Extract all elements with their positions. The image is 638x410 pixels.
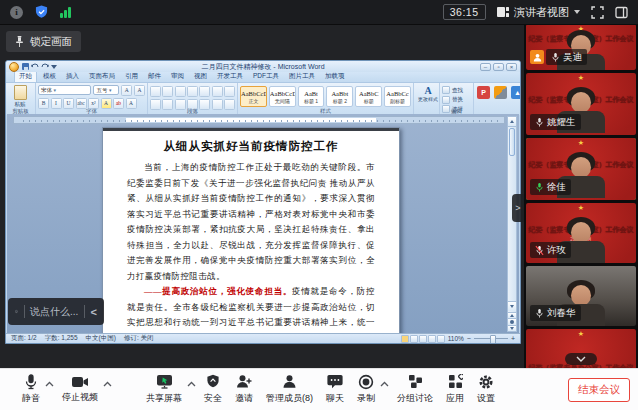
apps-button[interactable]: 应用 [446, 374, 464, 405]
tab-addins[interactable]: 加载项 [321, 71, 349, 82]
tab-picture-tools[interactable]: 图片工具 [285, 71, 319, 82]
manage-members-button[interactable]: 管理成员(8) [266, 374, 313, 405]
increase-indent-icon[interactable] [199, 86, 210, 97]
picture-addin-icon[interactable]: ▲ [511, 86, 520, 99]
clipboard-group: 粘贴 剪贴板 [6, 83, 36, 115]
vertical-scrollbar[interactable] [507, 116, 517, 332]
stop-video-button[interactable]: 停止视频 [62, 375, 98, 405]
network-signal-icon[interactable] [60, 7, 71, 18]
mute-button[interactable]: 静音 [22, 374, 40, 406]
font-size-select[interactable]: 五号 ▾ [93, 85, 119, 95]
chat-collapse-button[interactable]: < [91, 306, 97, 318]
tab-pdf-tools[interactable]: PDF工具 [249, 71, 283, 82]
word-statusbar: 页面: 1/2 字数: 1,255 中文(中国) 修订: 关闭 110% − + [6, 333, 520, 343]
participants-sidebar: ★ 纪委（监察专员办公室）工作会议 吴迪 ★ 纪委（监察专员办公室）工作会议 [524, 24, 638, 410]
font-name-select[interactable]: 宋体 ▾ [38, 85, 91, 95]
zoom-out-button[interactable]: − [467, 336, 471, 342]
person-icon [533, 53, 542, 62]
emoji-icon[interactable] [15, 305, 18, 318]
share-options-chevron[interactable] [187, 381, 196, 387]
zoom-slider[interactable] [474, 338, 508, 340]
tab-developer[interactable]: 开发工具 [213, 71, 247, 82]
tab-references[interactable]: 引用 [121, 71, 142, 82]
style-chip-title[interactable]: AaBbC标题 [355, 86, 382, 107]
breakout-label: 分组讨论 [397, 392, 433, 405]
pdf-addin-icon[interactable]: P [477, 86, 490, 99]
change-styles-button[interactable]: A 更改样式 [416, 86, 440, 103]
ruler[interactable] [13, 116, 505, 124]
record-label: 录制 [357, 392, 375, 405]
stop-video-label: 停止视频 [62, 391, 98, 404]
participant-tile[interactable]: ★ 纪委（监察专员办公室）工作会议 姚耀生 [526, 73, 636, 135]
zoom-level[interactable]: 110% [448, 335, 464, 342]
speaker-view-button[interactable]: 演讲者视图 [497, 5, 581, 20]
style-chip-heading2[interactable]: AaBbt标题 2 [326, 86, 353, 107]
breakout-rooms-button[interactable]: 分组讨论 [397, 374, 433, 405]
fullscreen-icon[interactable] [591, 6, 604, 19]
paste-button[interactable]: 粘贴 [8, 85, 32, 108]
chat-placeholder[interactable]: 说点什么... [30, 305, 78, 319]
shrink-font-icon[interactable]: A [134, 85, 145, 96]
show-marks-icon[interactable] [224, 86, 235, 97]
status-word-count[interactable]: 字数: 1,255 [45, 334, 78, 343]
security-button[interactable]: 安全 [204, 374, 222, 405]
record-options-chevron[interactable] [380, 381, 389, 387]
share-screen-button[interactable]: 共享屏幕 [146, 374, 182, 405]
maximize-button[interactable]: ▫ [493, 63, 504, 71]
scrollbar-up-button[interactable] [508, 117, 516, 127]
style-chip-subtitle[interactable]: AaBbCc副标题 [384, 86, 411, 107]
collapse-videos-button[interactable] [565, 353, 597, 365]
style-chip-heading1[interactable]: AaBt标题 1 [298, 86, 325, 107]
multilevel-icon[interactable] [175, 86, 186, 97]
video-options-chevron[interactable] [103, 381, 112, 387]
close-button[interactable]: × [506, 63, 517, 71]
decrease-indent-icon[interactable] [187, 86, 198, 97]
tab-template[interactable]: 模板 [39, 71, 60, 82]
end-meeting-button[interactable]: 结束会议 [568, 378, 630, 402]
record-button[interactable]: 录制 [357, 374, 375, 406]
paste-icon [14, 85, 27, 100]
tab-review[interactable]: 审阅 [167, 71, 188, 82]
style-chip-nospacing[interactable]: AaBbCcDc无间隔 [269, 86, 296, 107]
mute-options-chevron[interactable] [45, 381, 54, 387]
participant-tile[interactable]: ★ 纪委（监察专员办公室）工作会议 吴迪 [526, 24, 636, 70]
view-mode-buttons[interactable] [401, 335, 445, 343]
meeting-window: i 36:15 演讲者视图 锁定画面 [0, 0, 638, 410]
tab-view[interactable]: 视图 [190, 71, 211, 82]
style-chip-normal[interactable]: AaBbCcDc正文 [240, 86, 267, 107]
participant-tile[interactable]: 刘春华 [526, 266, 636, 326]
security-shield-icon[interactable] [35, 5, 48, 19]
find-item[interactable]: 查找 [442, 86, 471, 94]
tab-page-layout[interactable]: 页面布局 [85, 71, 119, 82]
layout-addin-icon[interactable] [494, 86, 507, 99]
shared-screen-stage: 锁定画面 二月四日文件精神修改 - Microsoft Word – ▫ × [0, 24, 524, 368]
next-page-button[interactable] [508, 325, 516, 331]
scrollbar-thumb[interactable] [509, 128, 515, 156]
status-language[interactable]: 中文(中国) [86, 334, 116, 343]
person-add-icon [236, 374, 252, 389]
sidebar-collapse-handle[interactable]: > [512, 194, 524, 222]
participant-tile[interactable]: ★ 纪委（监察专员办公室）工作会议 2022年2月 许玫 [526, 203, 636, 263]
meeting-info-icon[interactable]: i [10, 6, 23, 19]
settings-button[interactable]: 设置 [477, 374, 495, 406]
zoom-in-button[interactable]: + [511, 336, 515, 342]
grow-font-icon[interactable]: A [121, 85, 132, 96]
side-panel-icon[interactable] [615, 6, 628, 19]
participant-tile-active-speaker[interactable]: ★ 纪委（监察专员办公室）工作会议 徐佳 [526, 138, 636, 200]
chat-quick-input[interactable]: 说点什么... < [8, 298, 104, 325]
chat-label: 聊天 [326, 392, 344, 405]
invite-button[interactable]: 邀请 [235, 374, 253, 405]
sort-icon[interactable] [212, 86, 223, 97]
status-track-changes[interactable]: 修订: 关闭 [124, 334, 154, 343]
replace-item[interactable]: 替换 [442, 96, 471, 104]
minimize-button[interactable]: – [480, 63, 491, 71]
bullets-icon[interactable] [150, 86, 161, 97]
document-page[interactable]: 从细从实抓好当前疫情防控工作 当前，上海的疫情防控工作正处于最吃劲的关键阶段。市… [102, 127, 400, 334]
lock-view-button[interactable]: 锁定画面 [6, 31, 81, 52]
tab-insert[interactable]: 插入 [62, 71, 83, 82]
shield-icon [206, 374, 220, 389]
tab-mailings[interactable]: 邮件 [144, 71, 165, 82]
numbering-icon[interactable] [162, 86, 173, 97]
chat-button[interactable]: 聊天 [326, 374, 344, 405]
scrollbar-down-button[interactable] [508, 301, 516, 311]
